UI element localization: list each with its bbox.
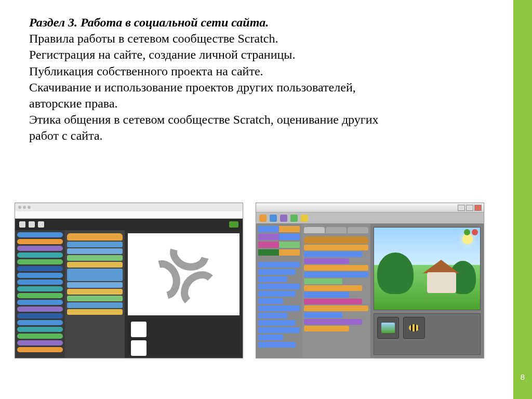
file-icon [29,221,35,228]
editor-top-toolbar [15,219,243,230]
sprite-thumbnail [403,317,425,339]
toolbar-icon [270,215,277,222]
slide-text-block: Раздел 3. Работа в социальной сети сайта… [29,15,382,144]
house-sprite [427,272,456,293]
sounds-tab [348,227,368,233]
sun-icon [462,234,473,244]
toolbar-icon [280,215,287,222]
screenshot-scratch-desktop [256,203,484,358]
sprite-thumbnail [131,322,147,337]
browser-tab-bar [15,203,243,211]
paragraph-5: Этика общения в сетевом сообществе Scrat… [29,112,382,144]
app-toolbar [256,212,484,224]
green-flag-icon [229,221,238,228]
paragraph-4: Скачивание и использование проектов друг… [29,79,382,112]
toolbar-icon [259,215,267,222]
window-minimize-icon [458,205,465,211]
block-palette [15,230,65,358]
stage-thumbnail [377,317,399,339]
stop-icon [472,229,478,235]
category-palette [256,224,302,358]
tree-sprite [377,252,414,294]
paragraph-3: Публикация собственного проекта на сайте… [29,63,382,79]
paragraph-2: Регистрация на сайте, создание личной ст… [29,47,382,63]
section-heading: Раздел 3. Работа в социальной сети сайта… [29,15,382,31]
stage-canvas [374,227,481,310]
toolbar-icon [290,215,298,222]
sprite-panel [128,318,240,355]
stage-canvas [128,233,240,315]
window-close-icon [474,205,482,211]
browser-url-bar [15,211,243,219]
scripts-tab [304,227,325,233]
window-titlebar [256,203,484,212]
toolbar-icon [301,215,308,222]
accent-bar [513,0,532,399]
costumes-tab [326,227,347,233]
backdrop-thumbnail [131,340,147,356]
sprite-list [374,313,481,355]
page-number: 8 [516,373,529,381]
screenshot-scratch-web [15,203,243,358]
script-area [302,224,370,358]
script-area [65,230,125,358]
spiral-drawing [153,243,215,305]
logo-icon [19,221,25,228]
green-flag-icon [464,229,470,235]
edit-icon [38,221,44,228]
screenshot-row [15,203,484,358]
window-maximize-icon [466,205,473,211]
paragraph-1: Правила работы в сетевом сообществе Scra… [29,31,382,47]
